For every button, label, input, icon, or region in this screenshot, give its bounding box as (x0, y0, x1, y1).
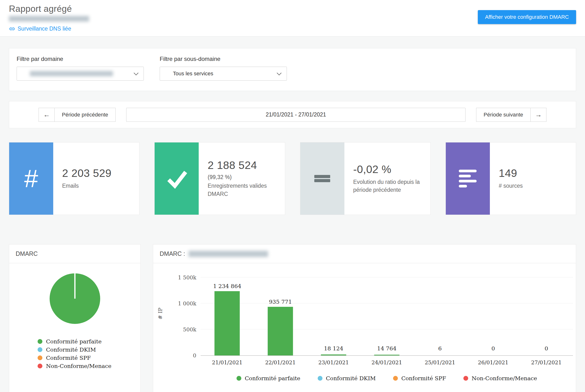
redacted-domain-text (9, 16, 89, 22)
next-period-arrow-button[interactable]: → (530, 108, 546, 122)
domain-filter-label: Filtre par domaine (17, 56, 144, 62)
legend-label: Conformité DKIM (326, 375, 376, 382)
bar-value-label: 18 124 (324, 345, 343, 352)
sources-count: 149 (499, 167, 523, 180)
legend-dot (38, 347, 42, 352)
previous-period-button[interactable]: Période précédente (55, 108, 116, 122)
legend-dot (38, 339, 42, 344)
legend-item[interactable]: Conformité parfaite (236, 375, 300, 382)
subdomain-filter-label: Filtre par sous-domaine (160, 56, 287, 62)
y-axis-tick: 0 (193, 352, 196, 358)
bar-slot: 0 (466, 272, 520, 356)
next-period-group: Période suivante → (476, 108, 546, 122)
legend-item[interactable]: Conformité parfaite (38, 338, 140, 344)
previous-period-arrow-button[interactable]: ← (39, 108, 55, 122)
page-header: Rapport agrégé Surveillance DNS liée Aff… (0, 0, 585, 36)
bar-value-label: 1 234 864 (213, 283, 241, 289)
legend-dot (393, 376, 398, 381)
link-icon (9, 26, 15, 32)
stats-row: # 2 203 529 Emails 2 188 524 (99,32 %) E… (9, 142, 576, 215)
redacted-domain-option (30, 71, 113, 76)
bar-slot: 6 (413, 272, 466, 356)
bar-value-label: 14 764 (377, 345, 396, 352)
stat-card-valid-dmarc: 2 188 524 (99,32 %) Enregistrements vali… (154, 142, 285, 215)
aggregated-report-page: Rapport agrégé Surveillance DNS liée Aff… (0, 0, 585, 392)
y-axis-tick: 1 000k (178, 300, 196, 306)
legend-item[interactable]: Conformité SPF (38, 355, 140, 361)
stat-card-emails: # 2 203 529 Emails (9, 142, 139, 215)
bar-value-label: 0 (491, 345, 495, 352)
stat-body: 2 188 524 (99,32 %) Enregistrements vali… (199, 142, 285, 215)
bar-chart-plot: # IP 1 234 864935 77118 12414 764600 050… (201, 272, 573, 356)
legend-label: Non-Conforme/Menace (472, 375, 537, 382)
filter-card: Filtre par domaine Filtre par sous-domai… (9, 48, 576, 91)
legend-item[interactable]: Conformité DKIM (38, 346, 140, 353)
legend-dot (38, 364, 42, 368)
sources-label: # sources (499, 182, 523, 190)
legend-item[interactable]: Conformité SPF (393, 375, 446, 382)
legend-dot (318, 376, 323, 381)
domain-filter-select[interactable] (17, 67, 144, 80)
bar (268, 307, 293, 356)
dmarc-config-button[interactable]: Afficher votre configuration DMARC (478, 10, 576, 24)
chevron-down-icon (134, 70, 138, 75)
legend-label: Conformité SPF (401, 375, 446, 382)
x-axis-label: 21/01/2021 (201, 360, 254, 366)
next-period-button[interactable]: Période suivante (476, 108, 530, 122)
bar (215, 291, 240, 356)
bar-slot: 14 764 (360, 272, 414, 356)
bar (321, 354, 346, 356)
bar-card-title: DMARC : (160, 250, 185, 257)
stat-card-ratio-evolution: -0,02 % Evolution du ratio depuis la pér… (300, 142, 431, 215)
legend-label: Conformité SPF (46, 355, 91, 361)
subdomain-filter-group: Filtre par sous-domaine Tous les service… (160, 56, 287, 80)
bar-chart: # IP 1 234 864935 77118 12414 764600 050… (201, 272, 573, 382)
dmarc-pie-card: DMARC Conformité parfaiteConformité DKIM… (9, 244, 141, 392)
header-left: Rapport agrégé Surveillance DNS liée (9, 4, 89, 32)
bar-value-label: 0 (544, 345, 548, 352)
legend-item[interactable]: Non-Conforme/Menace (463, 375, 537, 382)
valid-dmarc-count: 2 188 524 (208, 159, 278, 172)
legend-label: Conformité DKIM (46, 346, 96, 353)
x-axis-label: 22/01/2021 (254, 360, 307, 366)
charts-row: DMARC Conformité parfaiteConformité DKIM… (9, 244, 576, 392)
legend-item[interactable]: Conformité DKIM (318, 375, 376, 382)
bar-value-label: 6 (438, 345, 442, 352)
bar-slot: 1 234 864 (201, 272, 254, 356)
x-axis-label: 24/01/2021 (360, 360, 414, 366)
stat-card-sources: 149 # sources (446, 142, 576, 215)
x-axis-labels: 21/01/202122/01/202123/01/202124/01/2021… (201, 360, 573, 366)
y-axis-title: # IP (157, 308, 163, 319)
legend-dot (236, 376, 241, 381)
arrow-left-icon: ← (43, 111, 50, 119)
valid-dmarc-percentage: (99,32 %) (208, 174, 278, 180)
domain-filter-group: Filtre par domaine (17, 56, 144, 80)
x-axis-label: 26/01/2021 (466, 360, 520, 366)
redacted-domain-text (189, 251, 268, 257)
legend-dot (463, 376, 468, 381)
dns-monitoring-link[interactable]: Surveillance DNS liée (9, 26, 89, 32)
stat-body: -0,02 % Evolution du ratio depuis la pér… (344, 142, 430, 215)
bar (374, 355, 400, 356)
align-left-icon (446, 142, 490, 215)
bar-slots: 1 234 864935 77118 12414 764600 (201, 272, 573, 356)
legend-item[interactable]: Non-Conforme/Menace (38, 363, 140, 369)
pie-chart (50, 273, 100, 324)
subdomain-selected-value: Tous les services (173, 70, 213, 77)
x-axis-label: 27/01/2021 (520, 360, 573, 366)
bar-slot: 0 (520, 272, 573, 356)
ratio-evolution-value: -0,02 % (353, 163, 424, 176)
hash-icon: # (9, 142, 53, 215)
pie-legend: Conformité parfaiteConformité DKIMConfor… (38, 338, 140, 369)
legend-label: Conformité parfaite (245, 375, 300, 382)
valid-dmarc-label: Enregistrements valides DMARC (208, 182, 278, 198)
pie-slice-gap (74, 273, 75, 299)
y-axis-tick: 1 500k (178, 274, 196, 280)
date-range-display[interactable]: 21/01/2021 - 27/01/2021 (126, 108, 466, 122)
stat-body: 149 # sources (490, 142, 530, 215)
dns-link-label: Surveillance DNS liée (18, 26, 71, 32)
x-axis-label: 25/01/2021 (413, 360, 466, 366)
page-title: Rapport agrégé (9, 4, 89, 14)
subdomain-filter-select[interactable]: Tous les services (160, 67, 287, 80)
stat-body: 2 203 529 Emails (53, 142, 118, 215)
